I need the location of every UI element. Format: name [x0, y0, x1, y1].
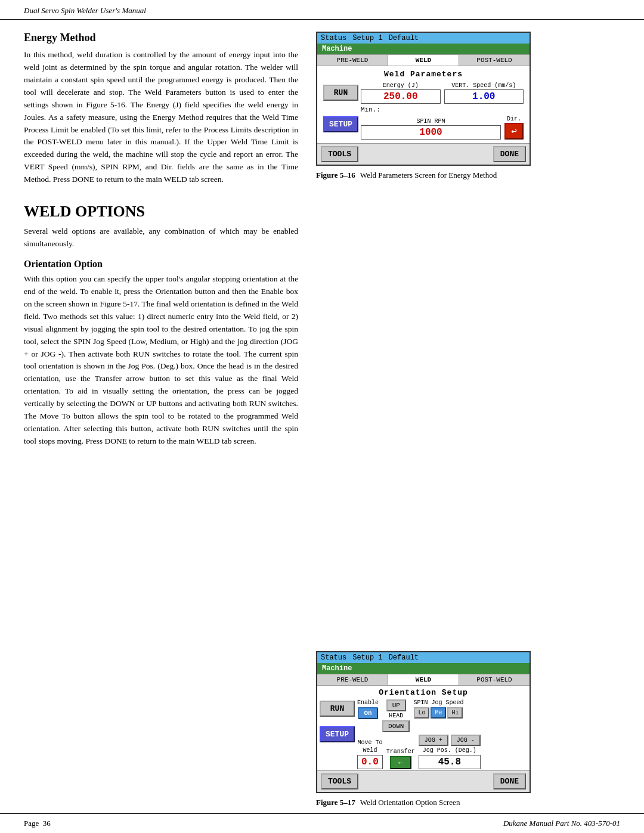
- page-header: Dual Servo Spin Welder User's Manual: [0, 0, 644, 20]
- tab-preweld-17[interactable]: PRE-WELD: [317, 674, 388, 685]
- screen-bottom-bar-16: TOOLS DONE: [317, 143, 530, 165]
- done-button-17[interactable]: DONE: [493, 773, 526, 789]
- screen-status-bar-16: Status Setup 1 Default: [317, 33, 530, 44]
- dir-arrow-button[interactable]: [504, 123, 524, 140]
- enable-label-17: Enable: [357, 699, 379, 706]
- figure-17-label: Figure 5–17: [316, 798, 355, 807]
- jog-minus-button-17[interactable]: JOG -: [451, 735, 481, 746]
- jog-buttons-row-17: JOG + JOG -: [419, 735, 481, 746]
- figure-17-screen: Status Setup 1 Default Machine PRE-WELD …: [316, 651, 531, 793]
- orientation-option-heading: Orientation Option: [24, 259, 298, 270]
- energy-method-heading: Energy Method: [24, 32, 298, 44]
- orient-row2-17: Move To Weld 0.0 Transfer: [357, 735, 527, 769]
- status-label-16: Status: [321, 34, 346, 42]
- weld-value-display-17: 0.0: [357, 755, 383, 769]
- done-button-16[interactable]: DONE: [493, 146, 526, 162]
- energy-value: 250.00: [383, 91, 418, 102]
- weld-params-title-16: Weld Parameters: [321, 70, 526, 79]
- energy-method-section: Energy Method In this method, weld durat…: [24, 32, 298, 186]
- run-button-16[interactable]: RUN: [323, 85, 358, 101]
- jog-speed-buttons-17: Lo Me Hi: [414, 707, 463, 719]
- spin-dir-row-16: SPIN RPM 1000 Dir.: [361, 116, 524, 140]
- vert-speed-value-display: 1.00: [444, 89, 524, 104]
- screen-left-buttons-16: RUN SETUP: [323, 82, 358, 140]
- run-button-17[interactable]: RUN: [320, 701, 355, 717]
- jog-block-17: JOG + JOG - Jog Pos. (Deg.) 45.8: [419, 735, 481, 769]
- spacer: [316, 192, 620, 639]
- jog-plus-button-17[interactable]: JOG +: [419, 735, 448, 746]
- min-label: Min.:: [361, 106, 380, 113]
- orient-row1-17: Enable On UP HEAD DOWN: [357, 699, 527, 732]
- screen-main-area-16: RUN SETUP Energy (J): [321, 81, 526, 141]
- figure-16-caption-text: Weld Parameters Screen for Energy Method: [360, 171, 497, 180]
- setup-button-17[interactable]: SETUP: [320, 726, 355, 742]
- figure-17-container: Status Setup 1 Default Machine PRE-WELD …: [316, 651, 620, 807]
- spin-rpm-value-display: 1000: [361, 125, 501, 140]
- enable-block-17: Enable On: [357, 699, 379, 732]
- tab-weld-17[interactable]: WELD: [388, 674, 459, 685]
- machine-bar-17: Machine: [317, 663, 530, 674]
- tools-button-16[interactable]: TOOLS: [321, 146, 358, 162]
- jog-hi-button[interactable]: Hi: [447, 707, 463, 719]
- page: Dual Servo Spin Welder User's Manual Ene…: [0, 0, 644, 833]
- orientation-option-section: Orientation Option With this option you …: [24, 259, 298, 448]
- page-label: Page: [24, 819, 39, 828]
- head-label-17: HEAD: [389, 713, 403, 719]
- energy-value-display: 250.00: [361, 89, 441, 104]
- move-to-label-17: Move To: [357, 739, 382, 746]
- tab-preweld-16[interactable]: PRE-WELD: [317, 55, 388, 66]
- tab-postweld-17[interactable]: POST-WELD: [459, 674, 530, 685]
- orient-title-17: Orientation Setup: [320, 688, 527, 697]
- figure-16-label: Figure 5–16: [316, 171, 355, 180]
- on-button-17[interactable]: On: [358, 707, 377, 719]
- default-label-16: Default: [389, 34, 419, 42]
- fields-label-row-16: Energy (J) 250.00 VERT. Speed (mm/s): [361, 82, 524, 104]
- tab-postweld-16[interactable]: POST-WELD: [459, 55, 530, 66]
- move-to-block-17: Move To Weld 0.0: [357, 739, 383, 769]
- spin-rpm-value: 1000: [419, 127, 442, 138]
- transfer-arrow-button-17[interactable]: [390, 756, 411, 769]
- vert-speed-field-block: VERT. Speed (mm/s) 1.00: [444, 82, 524, 104]
- setup-button-16[interactable]: SETUP: [323, 116, 358, 132]
- machine-bar-16: Machine: [317, 44, 530, 54]
- page-number: 36: [43, 819, 51, 828]
- spin-jog-block-17: SPIN Jog Speed Lo Me Hi: [413, 699, 463, 732]
- figure-16-screen: Status Setup 1 Default Machine PRE-WELD …: [316, 32, 531, 166]
- figure-16-container: Status Setup 1 Default Machine PRE-WELD …: [316, 32, 620, 180]
- figure-17-caption-text: Weld Orientation Option Screen: [360, 798, 460, 807]
- min-row-16: Min.:: [361, 106, 524, 113]
- vert-speed-label: VERT. Speed (mm/s): [444, 82, 524, 89]
- setup-label-16: Setup 1: [352, 34, 382, 42]
- dir-label: Dir.: [507, 116, 521, 122]
- weld-options-section: WELD OPTIONS Several weld options are av…: [24, 203, 298, 250]
- screen-content-16: Weld Parameters RUN SETUP: [317, 66, 530, 143]
- screen-tabs-16: PRE-WELD WELD POST-WELD: [317, 54, 530, 66]
- figure-17-caption: Figure 5–17 Weld Orientation Option Scre…: [316, 798, 620, 807]
- jog-me-button[interactable]: Me: [431, 707, 446, 719]
- jog-lo-button[interactable]: Lo: [414, 707, 429, 719]
- transfer-label-17: Transfer: [386, 748, 415, 755]
- spin-rpm-block: SPIN RPM 1000: [361, 118, 501, 140]
- screen-fields-area-16: Energy (J) 250.00 VERT. Speed (mm/s): [361, 82, 524, 140]
- weld-options-heading: WELD OPTIONS: [24, 203, 298, 221]
- screen-bottom-bar-17: TOOLS DONE: [317, 770, 530, 792]
- transfer-block-17: Transfer: [386, 748, 415, 769]
- up-button-17[interactable]: UP: [386, 699, 406, 711]
- tab-weld-16[interactable]: WELD: [388, 55, 459, 66]
- tools-button-17[interactable]: TOOLS: [321, 773, 358, 789]
- orientation-option-body: With this option you can specify the upp…: [24, 273, 298, 448]
- weld-options-intro: Several weld options are available, any …: [24, 225, 298, 250]
- screen-status-bar-17: Status Setup 1 Default: [317, 652, 530, 663]
- jog-pos-label-17: Jog Pos. (Deg.): [419, 747, 481, 754]
- setup-label-17: Setup 1: [352, 654, 382, 662]
- header-text: Dual Servo Spin Welder User's Manual: [24, 6, 146, 15]
- vert-speed-value: 1.00: [472, 91, 495, 102]
- jog-pos-value-display-17: 45.8: [419, 755, 481, 769]
- footer-manual-ref: Dukane Manual Part No. 403-570-01: [503, 819, 620, 828]
- content-area: Energy Method In this method, weld durat…: [0, 20, 644, 813]
- down-button-17[interactable]: DOWN: [382, 720, 410, 732]
- orient-fields-17: Enable On UP HEAD DOWN: [357, 699, 527, 769]
- spin-jog-label-17: SPIN Jog Speed: [413, 699, 463, 706]
- orient-screen-content-17: Orientation Setup RUN SETUP: [317, 686, 530, 770]
- default-label-17: Default: [389, 654, 419, 662]
